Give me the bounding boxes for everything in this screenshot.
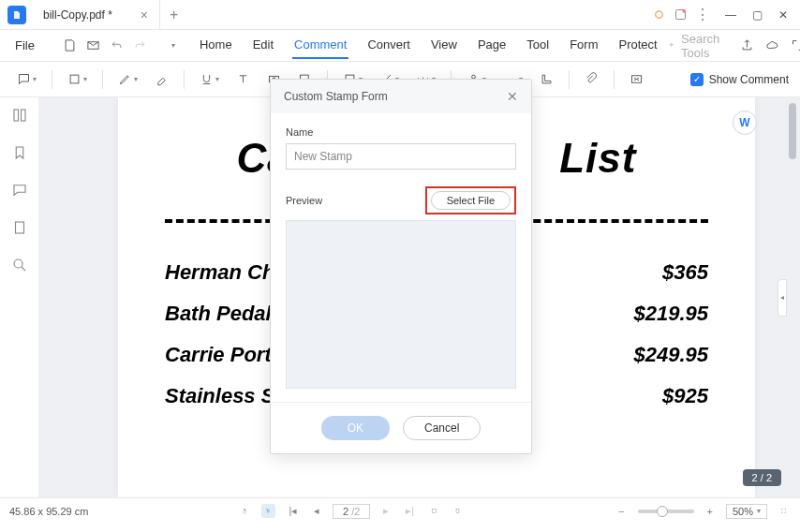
tab-convert[interactable]: Convert [365, 32, 412, 59]
svg-point-2 [682, 9, 686, 13]
custom-stamp-dialog: Custom Stamp Form ✕ Name Preview Select … [270, 79, 532, 454]
fit-width-icon[interactable] [427, 504, 441, 518]
show-comment-label: Show Comment [709, 73, 789, 86]
svg-rect-14 [15, 222, 23, 233]
clear-tool[interactable] [624, 68, 649, 90]
zoom-out-icon[interactable]: − [615, 506, 628, 517]
search-placeholder: Search Tools [681, 32, 725, 60]
attachments-icon[interactable] [11, 219, 28, 236]
bookmarks-icon[interactable] [11, 144, 28, 161]
svg-rect-16 [433, 509, 437, 512]
zoom-thumb[interactable] [657, 506, 668, 517]
file-menu[interactable]: File [7, 38, 42, 52]
page-input[interactable]: 2 /2 [333, 504, 370, 519]
titlebar: bill-Copy.pdf * × + ⋮ — ▢ ✕ [0, 0, 800, 30]
svg-rect-6 [70, 75, 79, 83]
document-tab[interactable]: bill-Copy.pdf * × [32, 0, 160, 29]
cancel-button[interactable]: Cancel [403, 416, 481, 440]
next-page-icon[interactable]: ▸ [379, 505, 393, 517]
last-page-icon[interactable]: ▸| [402, 505, 418, 517]
page-badge: 2 / 2 [743, 469, 781, 486]
select-file-button[interactable]: Select File [431, 191, 511, 210]
prev-page-icon[interactable]: ◂ [310, 505, 323, 517]
checkbox-icon: ✓ [690, 73, 704, 86]
sparkle-icon[interactable] [652, 7, 666, 22]
zoom-in-icon[interactable]: + [704, 506, 717, 517]
comments-icon[interactable] [11, 182, 28, 199]
tab-edit[interactable]: Edit [251, 32, 275, 59]
kebab-menu-icon[interactable]: ⋮ [695, 6, 710, 23]
underline-tool[interactable]: ▾ [194, 68, 225, 90]
note-tool[interactable]: ▾ [11, 68, 42, 90]
dialog-title: Custom Stamp Form [284, 90, 388, 103]
tab-tool[interactable]: Tool [525, 32, 551, 59]
tab-comment[interactable]: Comment [292, 32, 348, 59]
expand-right-handle[interactable]: ◂ [778, 279, 787, 317]
svg-rect-12 [14, 110, 19, 121]
select-file-highlight: Select File [425, 186, 516, 214]
cloud-icon[interactable] [765, 38, 779, 52]
sparkle2-icon [667, 38, 675, 52]
cursor-coords: 45.86 x 95.29 cm [9, 506, 88, 517]
eraser-tool[interactable] [149, 68, 174, 90]
thumbnails-icon[interactable] [11, 107, 28, 124]
svg-rect-13 [21, 110, 25, 121]
save-icon[interactable] [63, 38, 77, 52]
show-comment-toggle[interactable]: ✓ Show Comment [690, 73, 789, 86]
pencil-tool[interactable]: ▾ [112, 68, 143, 90]
search-tools[interactable]: Search Tools [667, 32, 725, 60]
new-tab-button[interactable]: + [160, 7, 187, 23]
app-icon [7, 6, 26, 24]
tab-form[interactable]: Form [568, 32, 600, 59]
notification-icon[interactable] [674, 7, 688, 22]
dialog-header: Custom Stamp Form ✕ [271, 80, 531, 113]
close-window-button[interactable]: ✕ [770, 2, 796, 28]
undo-icon[interactable] [110, 38, 124, 52]
left-rail [0, 97, 39, 497]
scrollbar[interactable] [789, 103, 796, 159]
redo-icon[interactable] [133, 38, 147, 52]
minimize-button[interactable]: — [718, 2, 744, 28]
menu-tabs: Home Edit Comment Convert View Page Tool… [198, 32, 659, 59]
hand-tool-icon[interactable] [238, 504, 252, 518]
search-icon[interactable] [11, 257, 28, 273]
share-icon[interactable] [740, 38, 754, 52]
expand-icon[interactable] [791, 38, 800, 52]
svg-point-0 [656, 11, 663, 19]
svg-rect-17 [456, 509, 459, 512]
tab-protect[interactable]: Protect [616, 32, 659, 59]
name-label: Name [286, 126, 516, 138]
name-input[interactable] [286, 143, 516, 170]
maximize-button[interactable]: ▢ [744, 2, 770, 28]
zoom-select[interactable]: 50%▾ [726, 504, 767, 519]
text-tool[interactable] [230, 68, 256, 90]
tab-title: bill-Copy.pdf * [43, 8, 112, 22]
attachment-tool[interactable] [579, 68, 604, 90]
select-tool-icon[interactable] [261, 504, 275, 518]
svg-point-15 [14, 259, 22, 268]
preview-label: Preview [286, 195, 322, 206]
highlight-tool[interactable]: ▾ [62, 68, 93, 90]
mail-icon[interactable] [86, 38, 100, 52]
tab-page[interactable]: Page [476, 32, 508, 59]
fullscreen-icon[interactable] [777, 504, 791, 518]
preview-area [286, 220, 516, 389]
dialog-close-icon[interactable]: ✕ [507, 89, 518, 104]
area-tool[interactable] [534, 68, 559, 90]
menubar: File ▾ Home Edit Comment Convert View Pa… [0, 30, 800, 62]
first-page-icon[interactable]: |◂ [285, 505, 301, 517]
ok-button[interactable]: OK [321, 416, 390, 440]
word-badge-icon[interactable]: W [733, 111, 757, 135]
zoom-slider[interactable] [638, 510, 694, 513]
close-tab-icon[interactable]: × [141, 7, 148, 22]
statusbar: 45.86 x 95.29 cm |◂ ◂ 2 /2 ▸ ▸| − + 50%▾ [0, 497, 800, 524]
tab-view[interactable]: View [429, 32, 459, 59]
tab-home[interactable]: Home [198, 32, 234, 59]
fit-page-icon[interactable] [451, 504, 465, 518]
